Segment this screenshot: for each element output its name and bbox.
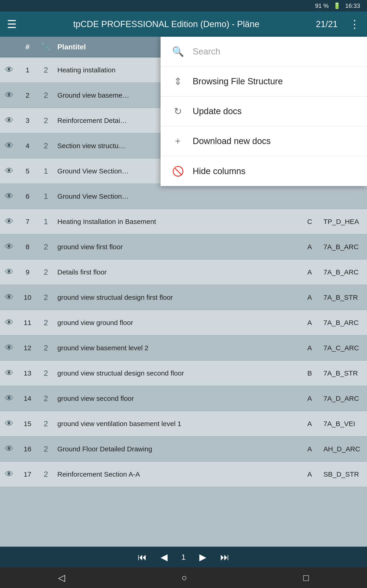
row-number: 8 [26, 243, 30, 251]
table-row[interactable]: 👁122ground view basement level 2A7A_C_AR… [0, 335, 367, 361]
attachment-count: 2 [44, 343, 48, 352]
menu-item-browse[interactable]: ⇕ Browsing File Structure [161, 67, 367, 96]
revision-cell: A [298, 470, 321, 478]
visibility-icon[interactable]: 👁 [5, 267, 14, 277]
menu-item-update[interactable]: ↻ Update docs [161, 96, 367, 126]
table-row[interactable]: 👁61Ground View Section… [0, 184, 367, 209]
code-cell: AH_D_ARC [321, 445, 367, 453]
row-number: 2 [26, 91, 30, 99]
code-cell: 7A_B_VEI [321, 420, 367, 428]
row-number-cell: 16 [18, 445, 37, 453]
eye-cell: 👁 [0, 444, 18, 454]
menu-item-search[interactable]: 🔍 Search [161, 37, 367, 67]
row-number-cell: 13 [18, 369, 37, 377]
menu-label-hide: Hide columns [193, 166, 245, 176]
visibility-icon[interactable]: 👁 [5, 115, 14, 125]
table-row[interactable]: 👁172Reinforcement Section A-AASB_D_STR [0, 462, 367, 487]
attachment-cell: 2 [37, 343, 55, 352]
code-value: 7A_B_ARC [323, 268, 359, 276]
code-value: 7A_D_ARC [323, 395, 359, 402]
menu-item-hide-columns[interactable]: 🚫 Hide columns [161, 156, 367, 186]
home-nav-button[interactable]: ○ [181, 573, 187, 583]
visibility-icon[interactable]: 👁 [5, 393, 14, 403]
revision-value: A [307, 395, 312, 402]
last-page-button[interactable]: ⏭ [220, 552, 229, 562]
row-number: 1 [26, 66, 30, 74]
menu-item-download[interactable]: + Download new docs [161, 126, 367, 156]
eye-cell: 👁 [0, 292, 18, 302]
title-cell: Details first floor [55, 268, 298, 276]
next-page-button[interactable]: ▶ [199, 552, 206, 562]
row-number-cell: 7 [18, 218, 37, 225]
table-row[interactable]: 👁132ground view structual design second … [0, 361, 367, 386]
row-number: 17 [24, 470, 31, 478]
title-cell: ground view second floor [55, 395, 298, 402]
back-nav-button[interactable]: ◁ [58, 572, 65, 583]
more-options-icon[interactable]: ⋮ [349, 18, 360, 31]
visibility-icon[interactable]: 👁 [5, 166, 14, 176]
visibility-icon[interactable]: 👁 [5, 141, 14, 151]
hamburger-menu-icon[interactable]: ☰ [7, 18, 17, 31]
visibility-icon[interactable]: 👁 [5, 242, 14, 252]
visibility-icon[interactable]: 👁 [5, 318, 14, 328]
wifi-status: 91 % [315, 2, 329, 9]
attachment-cell: 2 [37, 369, 55, 378]
document-title: Reinforcement Detai… [57, 117, 127, 124]
row-number: 7 [26, 218, 30, 225]
revision-cell: A [298, 268, 321, 276]
attachment-cell: 1 [37, 166, 55, 175]
visibility-icon[interactable]: 👁 [5, 292, 14, 302]
col-header-attach: 📎 [37, 43, 55, 51]
revision-cell: B [298, 369, 321, 377]
row-number-cell: 12 [18, 344, 37, 352]
table-row[interactable]: 👁152ground view ventilation basement lev… [0, 411, 367, 436]
eye-cell: 👁 [0, 115, 18, 125]
row-number-cell: 3 [18, 117, 37, 124]
table-row[interactable]: 👁142ground view second floorA7A_D_ARC [0, 386, 367, 411]
attachment-count: 1 [44, 192, 48, 201]
col-header-num: # [18, 43, 37, 51]
revision-cell: A [298, 294, 321, 301]
document-title: Ground View Section… [57, 192, 129, 200]
row-number-cell: 6 [18, 192, 37, 200]
attachment-cell: 2 [37, 116, 55, 125]
revision-value: A [307, 319, 312, 327]
page-count: 21/21 [316, 19, 338, 29]
visibility-icon[interactable]: 👁 [5, 65, 14, 75]
title-cell: Reinforcement Section A-A [55, 470, 298, 478]
visibility-icon[interactable]: 👁 [5, 90, 14, 100]
visibility-icon[interactable]: 👁 [5, 469, 14, 479]
first-page-button[interactable]: ⏮ [138, 552, 147, 562]
row-number-cell: 15 [18, 420, 37, 428]
table-row[interactable]: 👁71Heating Installation in BasementCTP_D… [0, 209, 367, 234]
attachment-cell: 1 [37, 217, 55, 226]
visibility-icon[interactable]: 👁 [5, 216, 14, 226]
visibility-icon[interactable]: 👁 [5, 368, 14, 378]
attachment-cell: 2 [37, 394, 55, 403]
title-cell: ground view ventilation basement level 1 [55, 420, 298, 428]
recent-nav-button[interactable]: □ [303, 573, 309, 583]
revision-cell: C [298, 218, 321, 225]
code-value: 7A_B_STR [323, 369, 358, 377]
table-row[interactable]: 👁82ground view first floorA7A_B_ARC [0, 234, 367, 259]
eye-cell: 👁 [0, 469, 18, 479]
visibility-icon[interactable]: 👁 [5, 444, 14, 454]
revision-value: A [307, 243, 312, 251]
table-row[interactable]: 👁112ground view ground floorA7A_B_ARC [0, 310, 367, 335]
visibility-icon[interactable]: 👁 [5, 343, 14, 353]
attachment-cell: 2 [37, 419, 55, 428]
visibility-icon[interactable]: 👁 [5, 419, 14, 429]
title-cell: ground view basement level 2 [55, 344, 298, 352]
document-title: ground view first floor [57, 243, 123, 251]
row-number-cell: 1 [18, 66, 37, 74]
visibility-icon[interactable]: 👁 [5, 191, 14, 201]
eye-cell: 👁 [0, 318, 18, 328]
table-row[interactable]: 👁92Details first floorA7A_B_ARC [0, 259, 367, 285]
prev-page-button[interactable]: ◀ [161, 552, 168, 562]
table-row[interactable]: 👁102ground view structual design first f… [0, 285, 367, 310]
attachment-count: 2 [44, 394, 48, 403]
attachment-count: 2 [44, 419, 48, 428]
code-cell: SB_D_STR [321, 470, 367, 478]
table-row[interactable]: 👁162Ground Floor Detailed DrawingAAH_D_A… [0, 436, 367, 462]
row-number: 14 [24, 395, 31, 402]
